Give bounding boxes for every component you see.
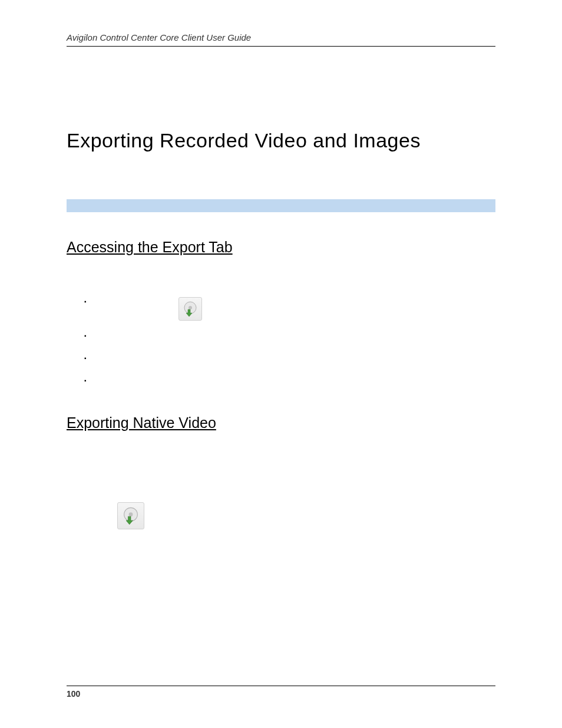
main-title: Exporting Recorded Video and Images: [67, 129, 495, 152]
header-text: Avigilon Control Center Core Client User…: [67, 32, 251, 42]
svg-point-1: [189, 306, 192, 309]
export-icon: [117, 502, 144, 529]
list-item: [84, 376, 495, 388]
list-item: [84, 297, 495, 321]
svg-point-3: [129, 512, 133, 516]
export-icon: [178, 297, 202, 321]
list-item: [84, 331, 495, 343]
section-title-exporting-native: Exporting Native Video: [67, 414, 495, 431]
page-footer: 100: [67, 686, 495, 699]
bullet-list: [84, 297, 495, 388]
decorative-bar: [67, 199, 495, 212]
list-item: [84, 354, 495, 365]
page-header: Avigilon Control Center Core Client User…: [67, 32, 495, 47]
page-number: 100: [67, 689, 80, 699]
section-title-accessing-export: Accessing the Export Tab: [67, 239, 495, 256]
